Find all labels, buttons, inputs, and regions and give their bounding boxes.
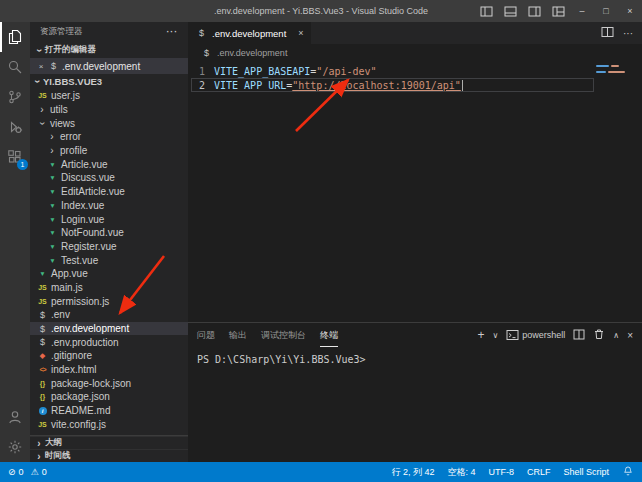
tree-item-permission-js[interactable]: JS permission.js [30, 294, 188, 308]
tab-output[interactable]: 输出 [229, 323, 247, 347]
open-editor-label: .env.development [62, 61, 140, 72]
project-root-folder[interactable]: › YI.BBS.VUE3 [30, 74, 188, 89]
tree-item-readme-md[interactable]: i README.md [30, 404, 188, 418]
tree-item-discuss-vue[interactable]: ▼ Discuss.vue [30, 171, 188, 185]
language-mode-status[interactable]: Shell Script [563, 467, 609, 477]
tree-item-editarticle-vue[interactable]: ▼ EditArticle.vue [30, 185, 188, 199]
search-icon[interactable] [0, 52, 30, 82]
sidebar-more-actions-icon[interactable]: ··· [167, 27, 179, 37]
tree-item--env[interactable]: $ .env [30, 308, 188, 322]
toggle-secondary-sidebar-icon[interactable] [522, 0, 546, 22]
maximize-panel-icon[interactable]: ∧ [613, 331, 619, 340]
title-bar: .env.development - Yi.BBS.Vue3 - Visual … [0, 0, 642, 22]
toggle-panel-icon[interactable] [498, 0, 522, 22]
vue-icon: ▼ [46, 216, 59, 223]
js-icon: JS [36, 92, 49, 99]
close-button[interactable]: × [618, 0, 642, 22]
terminal-icon [506, 329, 519, 341]
shell-name: powershell [522, 330, 565, 340]
tab-label: .env.development [212, 28, 286, 39]
account-icon[interactable] [0, 402, 30, 432]
tree-item-index-vue[interactable]: ▼ Index.vue [30, 199, 188, 213]
tree-item-label: views [50, 118, 75, 129]
encoding-status[interactable]: UTF-8 [488, 467, 514, 477]
new-terminal-icon[interactable]: + [477, 328, 484, 342]
error-icon: ⊘ [8, 467, 16, 477]
terminal-shell-selector[interactable]: powershell [506, 329, 565, 341]
customize-layout-icon[interactable] [546, 0, 570, 22]
outline-section[interactable]: › 大纲 [30, 436, 188, 449]
notifications-bell-icon[interactable] [622, 465, 634, 480]
tree-item-label: profile [60, 145, 87, 156]
tree-item--env-development[interactable]: $ .env.development [30, 322, 188, 336]
git-icon: ◆ [36, 351, 49, 360]
tree-item-login-vue[interactable]: ▼ Login.vue [30, 212, 188, 226]
tree-item-user-js[interactable]: JS user.js [30, 89, 188, 103]
open-editor-item-env-development[interactable]: × $ .env.development [30, 58, 188, 74]
breadcrumb[interactable]: $ .env.development [188, 44, 642, 61]
breadcrumb-item[interactable]: .env.development [217, 48, 287, 58]
split-terminal-icon[interactable] [573, 329, 585, 342]
tree-item-label: App.vue [51, 268, 88, 279]
tree-item-profile[interactable]: › profile [30, 144, 188, 158]
tree-item-vite-config-js[interactable]: JS vite.config.js [30, 418, 188, 432]
tree-item-main-js[interactable]: JS main.js [30, 281, 188, 295]
tree-item-label: EditArticle.vue [61, 186, 125, 197]
tree-item-label: Discuss.vue [61, 172, 115, 183]
tree-item-views[interactable]: › views [30, 116, 188, 130]
tree-item-article-vue[interactable]: ▼ Article.vue [30, 157, 188, 171]
split-editor-icon[interactable] [601, 26, 614, 40]
tree-item-index-html[interactable]: <> index.html [30, 363, 188, 377]
indentation-status[interactable]: 空格: 4 [447, 466, 475, 479]
vue-icon: ▼ [46, 188, 59, 195]
tree-item-register-vue[interactable]: ▼ Register.vue [30, 240, 188, 254]
kill-terminal-trash-icon[interactable] [593, 328, 605, 342]
code-line-2-current: 2 VITE_APP_URL = "http://localhost:19001… [188, 78, 642, 92]
tree-item-utils[interactable]: › utils [30, 103, 188, 117]
tree-item-package-json[interactable]: {} package.json [30, 390, 188, 404]
editor-more-actions-icon[interactable]: ··· [623, 28, 633, 39]
open-editors-header[interactable]: › 打开的编辑器 [30, 42, 188, 58]
vue-icon: ▼ [46, 243, 59, 250]
close-tab-icon[interactable]: × [298, 28, 303, 38]
tree-item--gitignore[interactable]: ◆ .gitignore [30, 349, 188, 363]
code-editor[interactable]: 1 VITE_APP_BASEAPI = "/api-dev" 2 VITE_A… [188, 61, 642, 92]
explorer-icon[interactable] [0, 22, 30, 52]
terminal-output[interactable]: PS D:\CSharp\Yi\Yi.BBS.Vue3> [188, 347, 642, 372]
toggle-sidebar-icon[interactable] [474, 0, 498, 22]
problems-status[interactable]: ⊘ 0 ⚠ 0 [8, 467, 47, 477]
settings-gear-icon[interactable] [0, 432, 30, 462]
tree-item-label: permission.js [51, 296, 109, 307]
tree-item--env-production[interactable]: $ .env.production [30, 335, 188, 349]
tree-item-label: error [60, 131, 81, 142]
tree-item-label: package.json [51, 391, 110, 402]
run-debug-icon[interactable] [0, 112, 30, 142]
close-editor-icon[interactable]: × [35, 62, 47, 71]
tree-item-error[interactable]: › error [30, 130, 188, 144]
tree-item-test-vue[interactable]: ▼ Test.vue [30, 253, 188, 267]
maximize-button[interactable]: □ [594, 0, 618, 22]
tree-item-label: index.html [51, 364, 97, 375]
code-token-url: "http://localhost:19001/api" [292, 80, 461, 91]
minimize-button[interactable]: – [570, 0, 594, 22]
tree-item-label: Article.vue [61, 159, 108, 170]
cursor-position-status[interactable]: 行 2, 列 42 [391, 466, 434, 479]
source-control-icon[interactable] [0, 82, 30, 112]
eol-status[interactable]: CRLF [527, 467, 551, 477]
tab-debug-console[interactable]: 调试控制台 [261, 323, 306, 347]
extensions-icon[interactable]: 1 [0, 142, 30, 172]
close-panel-icon[interactable]: × [627, 330, 633, 341]
tree-item-app-vue[interactable]: ▼ App.vue [30, 267, 188, 281]
js-icon: JS [36, 298, 49, 305]
env-icon: $ [36, 310, 49, 320]
tree-item-package-lock-json[interactable]: {} package-lock.json [30, 376, 188, 390]
tab-env-development[interactable]: $ .env.development × [188, 22, 311, 44]
tree-item-label: main.js [51, 282, 83, 293]
launch-profile-chevron-icon[interactable]: ∨ [492, 331, 498, 340]
tree-item-notfound-vue[interactable]: ▼ NotFound.vue [30, 226, 188, 240]
minimap[interactable] [594, 63, 640, 77]
chevron-right-icon: › [33, 438, 45, 449]
tab-terminal[interactable]: 终端 [320, 323, 338, 347]
tab-problems[interactable]: 问题 [197, 323, 215, 347]
timeline-section[interactable]: › 时间线 [30, 449, 188, 462]
